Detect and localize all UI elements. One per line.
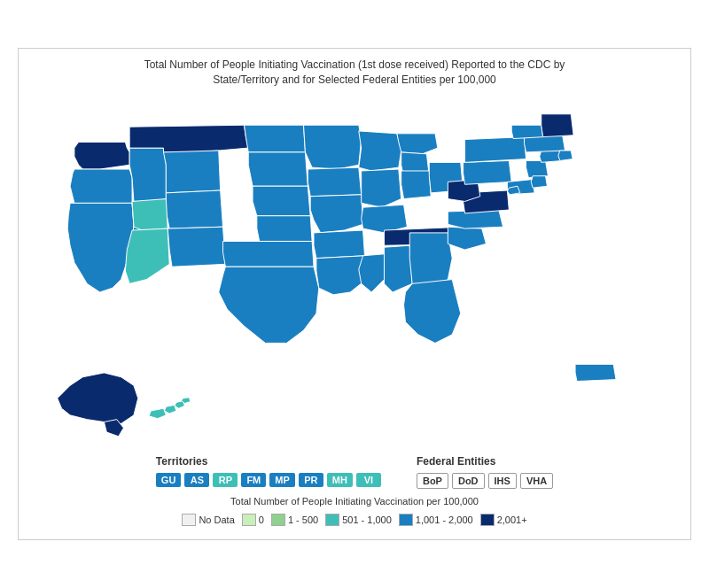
svg-marker-46 [558, 151, 573, 160]
svg-marker-41 [526, 161, 548, 178]
legend-501-1000: 501 - 1,000 [325, 514, 392, 526]
svg-marker-44 [511, 126, 542, 139]
svg-marker-30 [359, 254, 385, 292]
badge-IHS: IHS [488, 473, 517, 489]
svg-marker-22 [359, 131, 401, 171]
svg-marker-31 [385, 246, 413, 293]
svg-marker-13 [253, 187, 310, 217]
label-2001-plus: 2,001+ [497, 514, 527, 525]
svg-marker-28 [362, 205, 408, 234]
svg-marker-7 [166, 190, 222, 228]
federal-label: Federal Entities [417, 455, 495, 468]
legend-2001-plus: 2,001+ [480, 514, 527, 526]
swatch-0 [242, 514, 256, 526]
swatch-2001-plus [480, 514, 495, 526]
svg-marker-55 [575, 365, 616, 382]
swatch-1-500 [271, 514, 285, 526]
svg-marker-12 [248, 152, 308, 186]
territories-label: Territories [156, 455, 207, 468]
swatch-501-1000 [325, 514, 339, 526]
badge-AS: AS [184, 473, 209, 487]
chart-container: Total Number of People Initiating Vaccin… [18, 48, 691, 541]
color-legend-row: No Data 0 1 - 500 501 - 1,000 1,001 - 2,… [182, 514, 526, 526]
svg-marker-16 [219, 267, 319, 344]
svg-marker-11 [244, 126, 305, 153]
label-no-data: No Data [199, 514, 234, 525]
svg-marker-21 [316, 256, 367, 295]
badge-VI: VI [356, 473, 381, 487]
svg-marker-18 [308, 167, 361, 197]
badge-VHA: VHA [520, 473, 553, 489]
svg-marker-10 [168, 227, 225, 267]
badge-RP: RP [213, 473, 238, 487]
federal-badge-row: BoP DoD IHS VHA [417, 473, 553, 489]
svg-marker-49 [58, 373, 138, 423]
legend-no-data: No Data [182, 514, 234, 526]
svg-marker-15 [223, 242, 314, 267]
territories-badge-row: GU AS RP FM MP PR MH VI [156, 473, 381, 487]
svg-marker-17 [304, 126, 362, 170]
badge-MP: MP [269, 473, 295, 487]
legend-0: 0 [242, 514, 264, 526]
color-legend-title: Total Number of People Initiating Vaccin… [32, 496, 677, 507]
legend-area: Territories GU AS RP FM MP PR MH VI Fede… [32, 455, 677, 526]
svg-marker-1 [70, 169, 132, 203]
label-501-1000: 501 - 1,000 [342, 514, 392, 525]
label-1001-2000: 1,001 - 2,000 [416, 514, 473, 525]
map-area [32, 94, 677, 448]
svg-marker-0 [74, 143, 129, 170]
territories-section: Territories GU AS RP FM MP PR MH VI [156, 455, 381, 487]
label-0: 0 [259, 514, 264, 525]
svg-marker-39 [465, 137, 526, 163]
svg-marker-2 [67, 204, 134, 293]
svg-marker-26 [401, 171, 432, 199]
svg-marker-23 [362, 169, 401, 207]
svg-marker-14 [257, 216, 312, 242]
svg-marker-6 [163, 151, 220, 193]
legend-1001-2000: 1,001 - 2,000 [399, 514, 473, 526]
swatch-1001-2000 [399, 514, 413, 526]
svg-marker-34 [448, 227, 486, 250]
badge-PR: PR [299, 473, 323, 487]
svg-marker-47 [531, 176, 547, 188]
svg-marker-4 [129, 148, 166, 201]
svg-marker-9 [125, 228, 169, 283]
svg-marker-19 [310, 195, 362, 233]
chart-title: Total Number of People Initiating Vaccin… [32, 58, 677, 88]
svg-marker-20 [314, 230, 364, 259]
legend-1-500: 1 - 500 [271, 514, 318, 526]
badge-GU: GU [156, 473, 182, 487]
badge-BoP: BoP [417, 473, 448, 489]
badge-MH: MH [327, 473, 353, 487]
badge-FM: FM [241, 473, 266, 487]
svg-marker-38 [464, 161, 512, 185]
svg-marker-8 [132, 199, 168, 230]
svg-marker-33 [404, 280, 461, 344]
swatch-no-data [182, 514, 196, 526]
svg-marker-45 [541, 114, 573, 137]
federal-section: Federal Entities BoP DoD IHS VHA [417, 455, 553, 489]
territories-federal-row: Territories GU AS RP FM MP PR MH VI Fede… [156, 455, 553, 489]
label-1-500: 1 - 500 [288, 514, 318, 525]
svg-marker-24 [397, 134, 438, 154]
svg-marker-5 [129, 126, 248, 153]
badge-DoD: DoD [452, 473, 485, 489]
svg-marker-51 [149, 408, 166, 418]
us-map-svg [32, 94, 677, 448]
svg-marker-48 [507, 187, 519, 196]
